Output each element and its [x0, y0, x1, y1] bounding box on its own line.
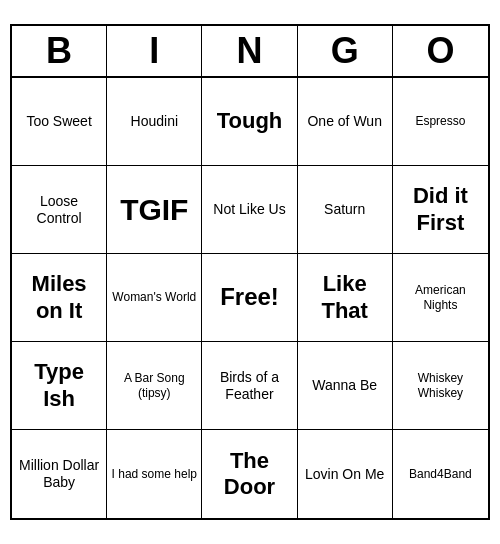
bingo-cell-4: Espresso [393, 78, 488, 166]
bingo-cell-24: Band4Band [393, 430, 488, 518]
bingo-cell-9: Did it First [393, 166, 488, 254]
bingo-cell-8: Saturn [298, 166, 393, 254]
header-letter-B: B [12, 26, 107, 76]
bingo-card: BINGO Too SweetHoudiniToughOne of WunEsp… [10, 24, 490, 520]
bingo-cell-22: The Door [202, 430, 297, 518]
bingo-cell-18: Wanna Be [298, 342, 393, 430]
bingo-cell-7: Not Like Us [202, 166, 297, 254]
bingo-cell-21: I had some help [107, 430, 202, 518]
bingo-cell-3: One of Wun [298, 78, 393, 166]
bingo-cell-6: TGIF [107, 166, 202, 254]
bingo-cell-20: Million Dollar Baby [12, 430, 107, 518]
bingo-cell-5: Loose Control [12, 166, 107, 254]
header-letter-G: G [298, 26, 393, 76]
bingo-cell-10: Miles on It [12, 254, 107, 342]
bingo-cell-1: Houdini [107, 78, 202, 166]
bingo-cell-13: Like That [298, 254, 393, 342]
bingo-cell-15: Type Ish [12, 342, 107, 430]
header-letter-N: N [202, 26, 297, 76]
bingo-cell-0: Too Sweet [12, 78, 107, 166]
bingo-cell-19: Whiskey Whiskey [393, 342, 488, 430]
bingo-cell-2: Tough [202, 78, 297, 166]
bingo-grid: Too SweetHoudiniToughOne of WunEspressoL… [12, 78, 488, 518]
header-letter-O: O [393, 26, 488, 76]
bingo-cell-17: Birds of a Feather [202, 342, 297, 430]
bingo-cell-14: American Nights [393, 254, 488, 342]
header-letter-I: I [107, 26, 202, 76]
bingo-cell-11: Woman's World [107, 254, 202, 342]
bingo-cell-12: Free! [202, 254, 297, 342]
bingo-cell-16: A Bar Song (tipsy) [107, 342, 202, 430]
bingo-cell-23: Lovin On Me [298, 430, 393, 518]
bingo-header: BINGO [12, 26, 488, 78]
